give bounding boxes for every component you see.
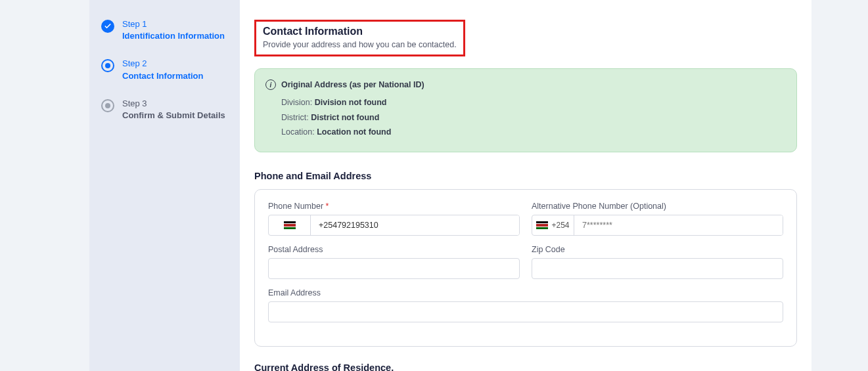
phone-input[interactable]: [311, 215, 519, 235]
page-subtitle: Provide your address and how you can be …: [263, 40, 457, 49]
step-identification[interactable]: Step 1 Identification Information: [101, 18, 228, 42]
pending-step-icon: [101, 99, 114, 112]
panel-title: Original Address (as per National ID): [281, 80, 424, 89]
steps-sidebar: Step 1 Identification Information Step 2…: [89, 0, 240, 371]
original-address-panel: i Original Address (as per National ID) …: [254, 68, 797, 152]
email-label: Email Address: [268, 288, 783, 297]
alt-phone-label: Alternative Phone Number (Optional): [532, 202, 783, 211]
step-number: Step 3: [122, 98, 225, 110]
phone-label: Phone Number *: [268, 202, 520, 211]
country-flag-selector[interactable]: [269, 215, 311, 235]
step-label: Identification Information: [122, 30, 225, 42]
country-code: +254: [551, 221, 569, 230]
step-number: Step 1: [122, 18, 225, 30]
phone-group: [268, 215, 520, 236]
division-line: Division: Division not found: [281, 95, 783, 110]
alt-phone-group: +254: [532, 215, 783, 236]
step-label: Confirm & Submit Details: [122, 110, 225, 121]
main-content: Contact Information Provide your address…: [240, 0, 811, 371]
district-line: District: District not found: [281, 110, 783, 125]
email-input[interactable]: [268, 301, 783, 322]
highlighted-header: Contact Information Provide your address…: [254, 20, 465, 56]
country-code-selector[interactable]: +254: [532, 215, 574, 235]
info-icon: i: [265, 79, 276, 90]
flag-icon: [536, 221, 548, 229]
location-line: Location: Location not found: [281, 125, 783, 140]
page-title: Contact Information: [263, 26, 457, 37]
zip-input[interactable]: [532, 258, 783, 279]
step-contact[interactable]: Step 2 Contact Information: [101, 58, 228, 81]
check-icon: [101, 20, 114, 33]
step-confirm[interactable]: Step 3 Confirm & Submit Details: [101, 98, 228, 121]
residence-title: Current Address of Residence.: [254, 362, 797, 372]
zip-label: Zip Code: [532, 245, 783, 254]
alt-phone-input[interactable]: [574, 215, 783, 235]
postal-label: Postal Address: [268, 245, 520, 254]
step-label: Contact Information: [122, 70, 204, 82]
phone-email-title: Phone and Email Address: [254, 171, 797, 181]
flag-icon: [284, 221, 296, 229]
step-number: Step 2: [122, 58, 204, 70]
postal-input[interactable]: [268, 258, 520, 279]
current-step-icon: [101, 59, 114, 72]
phone-email-card: Phone Number * Alternative Phone Number …: [254, 189, 797, 347]
